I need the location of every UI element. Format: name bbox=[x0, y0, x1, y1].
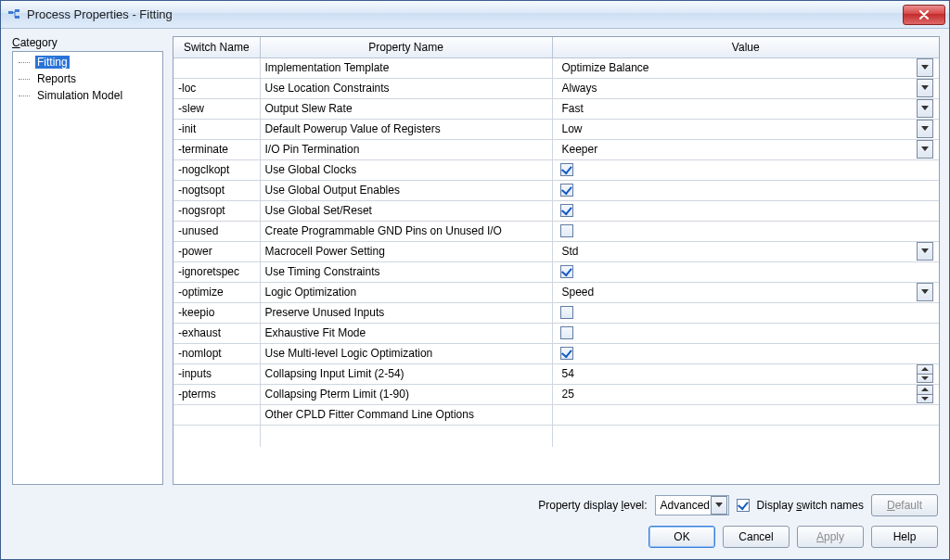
property-name-cell: Use Location Constraints bbox=[260, 78, 552, 98]
spinner-buttons[interactable] bbox=[917, 364, 933, 383]
value-text[interactable]: 54 bbox=[558, 367, 918, 380]
close-button[interactable] bbox=[903, 5, 945, 25]
tree-item[interactable]: Fitting bbox=[13, 54, 162, 70]
value-cell[interactable] bbox=[552, 221, 939, 241]
value-cell[interactable] bbox=[552, 200, 939, 221]
table-row: Other CPLD Fitter Command Line Options bbox=[173, 404, 939, 425]
value-cell[interactable]: 54 bbox=[552, 363, 939, 384]
close-icon bbox=[918, 10, 930, 19]
switch-name-cell: -exhaust bbox=[173, 323, 260, 343]
property-name-cell: Implementation Template bbox=[260, 57, 552, 78]
value-cell[interactable] bbox=[552, 323, 939, 343]
property-name-cell: Use Timing Constraints bbox=[260, 261, 552, 282]
spinner-buttons[interactable] bbox=[917, 385, 933, 403]
property-name-cell: Exhaustive Fit Mode bbox=[260, 323, 552, 343]
display-options-row: Property display level: Advanced Display… bbox=[12, 485, 940, 522]
value-cell[interactable]: Optimize Balance bbox=[552, 57, 939, 78]
switch-name-cell: -nogtsopt bbox=[173, 180, 260, 200]
titlebar: Process Properties - Fitting bbox=[1, 1, 949, 29]
value-text[interactable]: 25 bbox=[558, 388, 918, 401]
value-text: Speed bbox=[558, 286, 918, 299]
value-cell[interactable] bbox=[552, 180, 939, 200]
switch-name-cell: -inputs bbox=[173, 363, 260, 384]
value-checkbox[interactable] bbox=[560, 224, 573, 237]
property-name-cell: Use Global Set/Reset bbox=[260, 200, 552, 221]
property-name-cell: Default Powerup Value of Registers bbox=[260, 119, 552, 139]
value-cell[interactable] bbox=[552, 159, 939, 180]
value-checkbox[interactable] bbox=[560, 326, 573, 339]
chevron-down-icon[interactable] bbox=[917, 140, 933, 159]
chevron-down-icon[interactable] bbox=[711, 496, 727, 515]
value-cell[interactable]: Always bbox=[552, 78, 939, 98]
value-cell[interactable]: Keeper bbox=[552, 139, 939, 159]
table-row: -ptermsCollapsing Pterm Limit (1-90)25 bbox=[173, 384, 939, 404]
default-button[interactable]: Default bbox=[871, 494, 938, 516]
value-cell[interactable]: Speed bbox=[552, 282, 939, 302]
switch-name-cell: -loc bbox=[173, 78, 260, 98]
value-text: Low bbox=[558, 122, 918, 135]
tree-item[interactable]: Reports bbox=[13, 70, 162, 87]
tree-item-label: Fitting bbox=[35, 56, 70, 69]
properties-table-pane: Switch Name Property Name Value Implemen… bbox=[173, 36, 940, 485]
header-value[interactable]: Value bbox=[552, 37, 939, 57]
switch-name-cell: -terminate bbox=[173, 139, 260, 159]
app-icon bbox=[6, 7, 21, 22]
property-name-cell: Use Global Clocks bbox=[260, 159, 552, 180]
value-cell[interactable] bbox=[552, 404, 939, 425]
tree-twig-icon bbox=[19, 72, 35, 85]
value-cell[interactable] bbox=[552, 261, 939, 282]
value-cell[interactable]: Std bbox=[552, 241, 939, 261]
chevron-down-icon[interactable] bbox=[917, 120, 933, 138]
spinner-up-icon[interactable] bbox=[917, 364, 933, 374]
chevron-down-icon[interactable] bbox=[917, 283, 933, 301]
value-text: Fast bbox=[558, 102, 918, 115]
spinner-down-icon[interactable] bbox=[917, 374, 933, 384]
window-title: Process Properties - Fitting bbox=[27, 7, 903, 21]
table-row: -locUse Location ConstraintsAlways bbox=[173, 78, 939, 98]
header-property-name[interactable]: Property Name bbox=[260, 37, 552, 57]
value-cell[interactable]: 25 bbox=[552, 384, 939, 404]
table-row: -inputsCollapsing Input Limit (2-54)54 bbox=[173, 363, 939, 384]
header-switch-name[interactable]: Switch Name bbox=[173, 37, 260, 57]
chevron-down-icon[interactable] bbox=[917, 58, 933, 77]
value-checkbox[interactable] bbox=[560, 204, 573, 217]
cancel-button[interactable]: Cancel bbox=[723, 526, 790, 548]
value-checkbox[interactable] bbox=[560, 184, 573, 197]
value-checkbox[interactable] bbox=[560, 265, 573, 278]
value-checkbox[interactable] bbox=[560, 306, 573, 319]
spinner-up-icon[interactable] bbox=[917, 385, 933, 394]
table-row: -keepioPreserve Unused Inputs bbox=[173, 302, 939, 323]
property-name-cell: I/O Pin Termination bbox=[260, 139, 552, 159]
value-checkbox[interactable] bbox=[560, 163, 573, 176]
chevron-down-icon[interactable] bbox=[917, 79, 933, 97]
value-cell[interactable] bbox=[552, 302, 939, 323]
svg-rect-2 bbox=[15, 16, 19, 19]
dialog-window: Process Properties - Fitting Category Fi… bbox=[0, 0, 950, 560]
chevron-down-icon[interactable] bbox=[917, 99, 933, 118]
value-text: Optimize Balance bbox=[558, 61, 918, 74]
table-row: -exhaustExhaustive Fit Mode bbox=[173, 323, 939, 343]
spinner-down-icon[interactable] bbox=[917, 394, 933, 404]
switch-name-cell: -slew bbox=[173, 98, 260, 119]
ok-button[interactable]: OK bbox=[648, 526, 715, 548]
value-cell[interactable]: Fast bbox=[552, 98, 939, 119]
apply-button[interactable]: Apply bbox=[797, 526, 864, 548]
tree-item[interactable]: Simulation Model bbox=[13, 87, 162, 104]
display-switch-names-checkbox[interactable] bbox=[737, 499, 750, 512]
switch-name-cell: -optimize bbox=[173, 282, 260, 302]
table-row: -terminateI/O Pin TerminationKeeper bbox=[173, 139, 939, 159]
table-row: -nogclkoptUse Global Clocks bbox=[173, 159, 939, 180]
category-label: Category bbox=[12, 36, 163, 49]
value-text: Keeper bbox=[558, 143, 918, 156]
switch-name-cell bbox=[173, 57, 260, 78]
property-display-level-select[interactable]: Advanced bbox=[655, 495, 729, 515]
help-button[interactable]: Help bbox=[871, 526, 938, 548]
value-text: Always bbox=[558, 82, 918, 95]
category-tree[interactable]: FittingReportsSimulation Model bbox=[12, 51, 163, 485]
switch-name-cell: -power bbox=[173, 241, 260, 261]
value-checkbox[interactable] bbox=[560, 347, 573, 360]
table-row: -unusedCreate Programmable GND Pins on U… bbox=[173, 221, 939, 241]
value-cell[interactable] bbox=[552, 343, 939, 363]
chevron-down-icon[interactable] bbox=[917, 242, 933, 261]
value-cell[interactable]: Low bbox=[552, 119, 939, 139]
